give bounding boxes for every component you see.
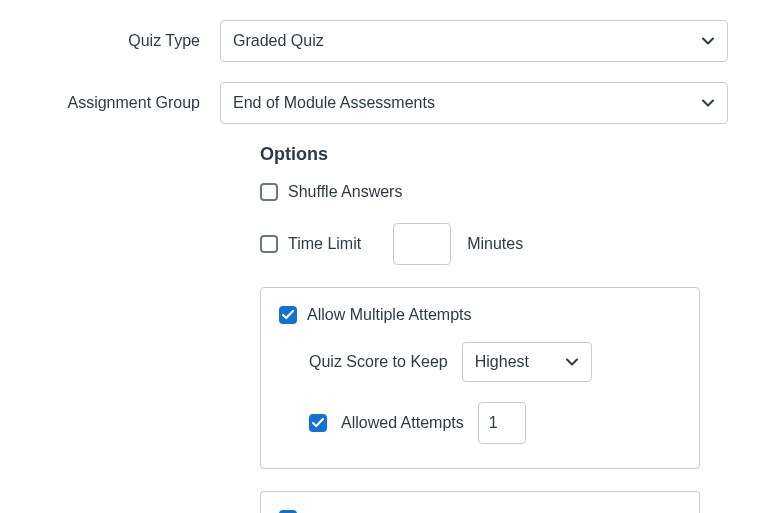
allow-multiple-attempts-checkbox[interactable] [279, 306, 297, 324]
time-limit-row: Time Limit Minutes [260, 223, 700, 265]
shuffle-answers-checkbox[interactable] [260, 183, 278, 201]
allowed-attempts-label: Allowed Attempts [341, 414, 464, 432]
assignment-group-select[interactable]: End of Module Assessments [220, 82, 728, 124]
chevron-down-icon [701, 96, 715, 110]
multiple-attempts-panel: Allow Multiple Attempts Quiz Score to Ke… [260, 287, 700, 469]
quiz-type-label: Quiz Type [40, 32, 220, 50]
quiz-type-value: Graded Quiz [233, 32, 324, 50]
assignment-group-row: Assignment Group End of Module Assessmen… [40, 82, 728, 124]
score-to-keep-select[interactable]: Highest [462, 342, 592, 382]
score-to-keep-label: Quiz Score to Keep [309, 353, 448, 371]
score-to-keep-value: Highest [475, 353, 529, 371]
allow-multiple-attempts-label: Allow Multiple Attempts [307, 306, 472, 324]
quiz-type-row: Quiz Type Graded Quiz [40, 20, 728, 62]
time-limit-suffix: Minutes [467, 235, 523, 253]
chevron-down-icon [565, 355, 579, 369]
shuffle-answers-row: Shuffle Answers [260, 183, 700, 201]
score-to-keep-row: Quiz Score to Keep Highest [309, 342, 681, 382]
allow-multiple-attempts-row: Allow Multiple Attempts [279, 306, 681, 324]
chevron-down-icon [701, 34, 715, 48]
assignment-group-label: Assignment Group [40, 94, 220, 112]
assignment-group-value: End of Module Assessments [233, 94, 435, 112]
shuffle-answers-label: Shuffle Answers [288, 183, 402, 201]
options-section: Options Shuffle Answers Time Limit Minut… [220, 144, 700, 513]
quiz-type-select[interactable]: Graded Quiz [220, 20, 728, 62]
time-limit-checkbox[interactable] [260, 235, 278, 253]
allowed-attempts-input[interactable] [478, 402, 526, 444]
time-limit-label: Time Limit [288, 235, 361, 253]
options-heading: Options [260, 144, 700, 165]
allowed-attempts-checkbox[interactable] [309, 414, 327, 432]
let-students-see-panel [260, 491, 700, 513]
time-limit-input[interactable] [393, 223, 451, 265]
allowed-attempts-row: Allowed Attempts [309, 402, 681, 444]
